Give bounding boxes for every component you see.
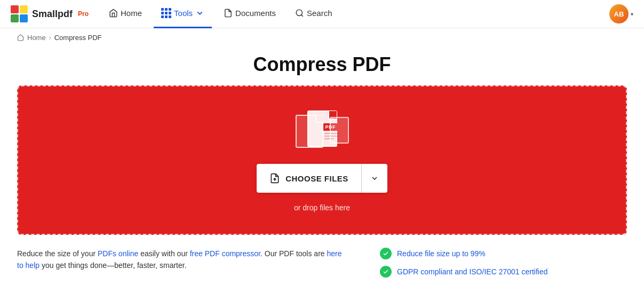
bottom-section: Reduce the size of your PDFs online easi… (0, 235, 644, 290)
documents-icon (224, 9, 233, 18)
drop-zone[interactable]: PDF CHOOSE FILES (17, 85, 627, 235)
navbar: SmallpdfPro Home Tools Documents Search … (0, 0, 644, 28)
pdf-icon-illustration: PDF (296, 110, 349, 153)
feature-check-icon-0 (380, 248, 392, 259)
breadcrumb-home-link[interactable]: Home (27, 34, 46, 42)
pdf-file-right (330, 117, 349, 144)
checkmark-icon-1 (383, 268, 389, 275)
logo[interactable]: SmallpdfPro (11, 5, 89, 22)
avatar-wrapper[interactable]: AB ▾ (609, 4, 633, 23)
breadcrumb-home-icon (17, 34, 24, 41)
bottom-description: Reduce the size of your PDFs online easi… (17, 248, 348, 272)
dropzone-wrapper: PDF CHOOSE FILES (0, 85, 644, 235)
tools-chevron-icon (195, 9, 204, 18)
home-icon (109, 9, 118, 18)
svg-rect-2 (11, 14, 19, 22)
nav-tools[interactable]: Tools (154, 0, 212, 28)
checkmark-icon-0 (383, 250, 389, 257)
svg-line-5 (301, 15, 303, 17)
nav-search[interactable]: Search (288, 0, 340, 28)
nav-documents-label: Documents (235, 9, 276, 18)
feature-item-1: GDPR compliant and ISO/IEC 27001 certifi… (380, 266, 547, 278)
nav-home-label: Home (121, 9, 142, 18)
logo-text: Smallpdf (32, 9, 73, 20)
breadcrumb: Home › Compress PDF (0, 28, 644, 47)
choose-files-label: CHOOSE FILES (285, 174, 348, 183)
logo-icon (11, 5, 28, 22)
feature-text-0: Reduce file size up to 99% (397, 249, 486, 258)
feature-check-icon-1 (380, 266, 392, 278)
free-compressor-link[interactable]: free PDF compressor (190, 249, 260, 258)
avatar[interactable]: AB (609, 4, 629, 23)
svg-rect-3 (20, 14, 28, 22)
features-list: Reduce file size up to 99% GDPR complian… (380, 248, 547, 278)
logo-pro: Pro (78, 10, 89, 18)
grid-icon (161, 8, 171, 18)
file-upload-icon (269, 173, 280, 184)
feature-item-0: Reduce file size up to 99% (380, 248, 547, 259)
description-text: Reduce the size of your PDFs online easi… (17, 248, 348, 272)
nav-home[interactable]: Home (101, 0, 149, 28)
breadcrumb-current: Compress PDF (54, 34, 102, 42)
svg-point-4 (296, 10, 302, 15)
breadcrumb-separator: › (49, 34, 51, 42)
svg-rect-1 (20, 5, 28, 13)
choose-files-button[interactable]: CHOOSE FILES (257, 164, 361, 193)
nav-search-label: Search (307, 9, 332, 18)
nav-tools-label: Tools (174, 9, 193, 18)
pdfs-link[interactable]: PDFs online (98, 249, 138, 258)
dropdown-chevron-icon (370, 174, 379, 183)
avatar-chevron-icon: ▾ (631, 11, 633, 17)
page-title: Compress PDF (0, 47, 644, 85)
choose-files-container: CHOOSE FILES (257, 164, 387, 193)
nav-documents[interactable]: Documents (216, 0, 283, 28)
tools-link[interactable]: here to help (17, 249, 342, 270)
search-icon (295, 9, 304, 18)
drop-text: or drop files here (294, 203, 350, 212)
feature-text-1: GDPR compliant and ISO/IEC 27001 certifi… (397, 267, 547, 276)
choose-files-dropdown-button[interactable] (362, 164, 387, 193)
svg-rect-0 (11, 5, 19, 13)
